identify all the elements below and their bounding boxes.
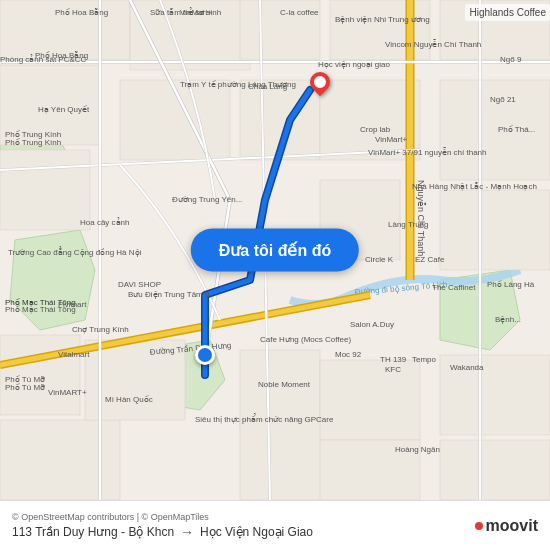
poi-tu-mo: Phố Tú Mỡ	[5, 375, 45, 385]
footer-left: © OpenStreetMap contributors | © OpenMap…	[12, 512, 313, 540]
origin-pin	[195, 345, 215, 365]
moovit-logo: moovit	[475, 517, 538, 535]
poi-vinmart-plus: VinMART+	[48, 388, 87, 398]
poi-vitalmart: Vitalmart	[58, 350, 89, 360]
poi-buu-dien: Bưu Điện Trung Tâm 8	[128, 290, 188, 300]
poi-noble: Noble Moment	[258, 380, 310, 390]
poi-pcs: Phòng cảnh sát PC&CC	[0, 55, 60, 65]
poi-ngo21: Ngõ 21	[490, 95, 516, 105]
footer-destination: Học Viện Ngoại Giao	[200, 525, 313, 539]
svg-rect-10	[0, 420, 120, 500]
poi-mi-han: Mì Hàn Quốc	[105, 395, 153, 405]
poi-ha-yen-quy: Hạ Yên Quyết	[38, 105, 89, 115]
highlands-coffee-label: Highlands Coffee	[465, 4, 550, 21]
poi-lang-trung: Làng Trung	[388, 220, 428, 230]
poi-lang-ha: Phố Láng Hà	[487, 280, 534, 290]
poi-sua-tam: Sữa tắm trẻ sơ sinh	[150, 8, 210, 18]
footer-origin: 113 Trần Duy Hưng - Bộ Khcn	[12, 525, 174, 539]
poi-truong-cao-dang: Trường Cao đẳng Cộng đồng Hà Nội	[8, 248, 68, 258]
poi-cho: Chợ Trung Kính	[72, 325, 129, 335]
svg-rect-23	[440, 190, 550, 270]
poi-mac-thai-tong: Phố Mạc Thái Tông	[5, 305, 65, 315]
footer-route: 113 Trần Duy Hưng - Bộ Khcn → Học Viện N…	[12, 524, 313, 540]
poi-tempo: Tempo	[412, 355, 436, 365]
map-container: Đường đi bộ sông Tô Lịch	[0, 0, 550, 500]
footer-attribution: © OpenStreetMap contributors | © OpenMap…	[12, 512, 313, 522]
poi-cafe-hung: Cafe Hưng (Mocs Coffee)	[260, 335, 320, 345]
svg-rect-8	[0, 150, 90, 230]
poi-kfc: KFC	[385, 365, 401, 375]
poi-benh-vien-nhi: Bệnh viện Nhi Trung ương	[335, 15, 395, 25]
poi-hoa-cay: Hoa cây cảnh	[80, 218, 129, 228]
poi-vinmart2: VinMart+	[375, 135, 407, 145]
poi-duong-trung: Đường Trung Yên...	[172, 195, 232, 205]
poi-chua-lang: Chùa Láng	[248, 82, 287, 92]
poi-ez-cafe: EZ Cafe	[415, 255, 444, 265]
poi-wakanda: Wakanda	[450, 363, 484, 373]
poi-hoang-ngan: Hoàng Ngân	[395, 445, 440, 455]
poi-tram-yte: Trạm Y tế phường Láng Thượng	[180, 80, 240, 90]
poi-sieuthi: Siêu thị thực phẩm chức năng GPCare	[195, 415, 255, 425]
poi-nha-hang: Nhà Hàng Nhật Lắc - Mạnh Hoạch	[412, 182, 472, 192]
poi-pho-thai: Phố Thá...	[498, 125, 535, 135]
poi-fivimart: Fivimart	[58, 300, 86, 310]
poi-vinmart37: VinMart+ 37/91 nguyễn chí thanh	[368, 148, 428, 158]
poi-la-coffee: C-la coffee	[280, 8, 319, 18]
footer: © OpenStreetMap contributors | © OpenMap…	[0, 500, 550, 550]
svg-rect-25	[440, 440, 550, 500]
svg-rect-26	[320, 360, 420, 440]
poi-th139: TH 139	[380, 355, 406, 365]
poi-pho-hoa-bang: Phố Hoa Bằng	[55, 8, 108, 18]
poi-trung-kinh: Phố Trung Kính	[5, 130, 61, 140]
poi-hoc-vien: Học viện ngoại giao	[318, 60, 378, 70]
moovit-dot	[475, 522, 483, 530]
footer-arrow: →	[180, 524, 194, 540]
poi-caffinet: The Caffinet	[432, 283, 475, 293]
poi-benh-pho: Bệnh...	[495, 315, 521, 325]
moovit-text: moovit	[486, 517, 538, 535]
poi-vincom: Vincom Nguyễn Chí Thanh	[385, 40, 445, 50]
poi-crop-lab: Crop lab	[360, 125, 390, 135]
poi-davi: DAVI SHOP	[118, 280, 161, 290]
poi-salon: Salon A.Duy	[350, 320, 394, 330]
svg-rect-18	[330, 0, 430, 60]
poi-circle-k: Circle K	[365, 255, 393, 265]
poi-ngo9: Ngõ 9	[500, 55, 521, 65]
poi-moc92: Moc 92	[335, 350, 361, 360]
navigate-button[interactable]: Đưa tôi đến đó	[191, 229, 359, 272]
